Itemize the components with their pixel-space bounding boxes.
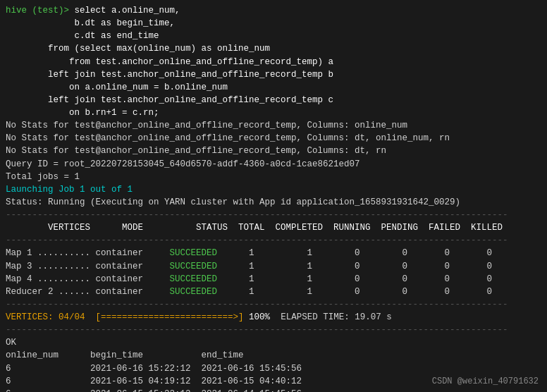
query-line-3: c.dt as end_time: [6, 30, 541, 42]
total-jobs-line: Total jobs = 1: [6, 171, 541, 183]
result-row-3: 6 2021-06-15 15:22:12 2021-06-14 15:45:5…: [6, 388, 541, 392]
ok-line: OK: [6, 336, 541, 349]
query-line-5: from test.anchor_online_and_offline_reco…: [6, 56, 541, 68]
terminal: hive (test)> select a.online_num, b.dt a…: [0, 0, 547, 392]
stats-line-1: No Stats for test@anchor_online_and_offl…: [6, 119, 541, 132]
query-line-7: on a.online_num = b.online_num: [6, 81, 541, 94]
watermark: CSDN @weixin_40791632: [432, 376, 539, 386]
reducer2-row: Reducer 2 ...... container SUCCEEDED 1 1…: [6, 286, 541, 298]
table-header: VERTICES MODE STATUS TOTAL COMPLETED RUN…: [6, 221, 541, 234]
query-line-6: left join test.anchor_online_and_offline…: [6, 68, 541, 81]
col-header: online_num begin_time end_time: [6, 349, 541, 362]
divider-1: ----------------------------------------…: [6, 209, 541, 221]
map1-row: Map 1 .......... container SUCCEEDED 1 1…: [6, 247, 541, 259]
progress-line: VERTICES: 04/04 [=======================…: [6, 311, 541, 324]
query-line-8: left join test.anchor_online_and_offline…: [6, 94, 541, 106]
result-row-1: 6 2021-06-16 15:22:12 2021-06-16 15:45:5…: [6, 362, 541, 375]
status-line: Status: Running (Executing on YARN clust…: [6, 196, 541, 209]
launching-line: Launching Job 1 out of 1: [6, 183, 541, 196]
map3-row: Map 3 .......... container SUCCEEDED 1 1…: [6, 260, 541, 273]
divider-2: ----------------------------------------…: [6, 234, 541, 247]
query-line-1: hive (test)> select a.online_num,: [6, 4, 541, 17]
query-line-9: on b.rn+1 = c.rn;: [6, 106, 541, 119]
divider-3: ----------------------------------------…: [6, 298, 541, 311]
query-id-line: Query ID = root_20220728153045_640d6570-…: [6, 158, 541, 171]
query-line-2: b.dt as begin_time,: [6, 17, 541, 30]
query-line-4: from (select max(online_num) as online_n…: [6, 42, 541, 55]
divider-4: ----------------------------------------…: [6, 324, 541, 336]
stats-line-3: No Stats for test@anchor_online_and_offl…: [6, 145, 541, 157]
map4-row: Map 4 .......... container SUCCEEDED 1 1…: [6, 273, 541, 286]
stats-line-2: No Stats for test@anchor_online_and_offl…: [6, 132, 541, 145]
